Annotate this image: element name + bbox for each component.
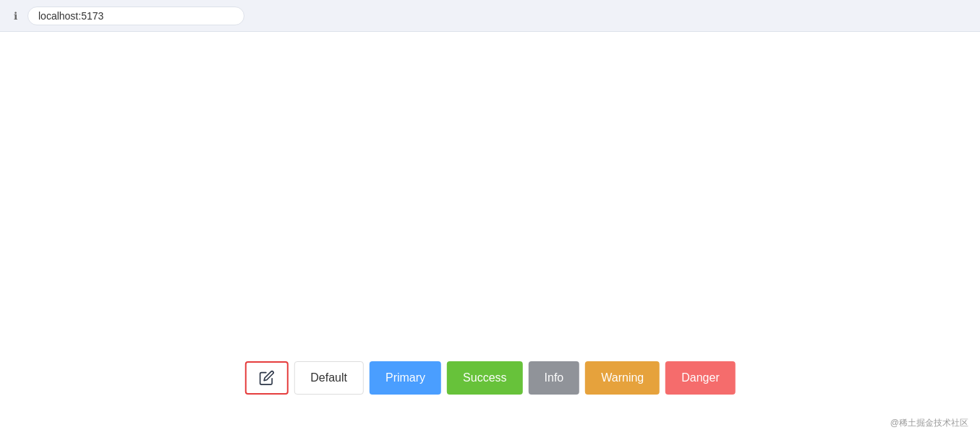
warning-button[interactable]: Warning — [585, 361, 660, 395]
success-button[interactable]: Success — [447, 361, 522, 395]
danger-button[interactable]: Danger — [665, 361, 735, 395]
browser-bar: ℹ localhost:5173 — [0, 0, 980, 32]
info-button[interactable]: Info — [529, 361, 580, 395]
icon-button[interactable] — [244, 361, 288, 395]
buttons-area: Default Primary Success Info Warning Dan… — [244, 361, 735, 395]
info-icon: ℹ — [9, 9, 22, 22]
default-button[interactable]: Default — [294, 361, 364, 395]
footer-text: @稀土掘金技术社区 — [890, 417, 968, 429]
page-content: Default Primary Success Info Warning Dan… — [0, 32, 980, 438]
edit-icon — [258, 370, 274, 386]
primary-button[interactable]: Primary — [370, 361, 441, 395]
url-bar[interactable]: localhost:5173 — [27, 7, 244, 25]
